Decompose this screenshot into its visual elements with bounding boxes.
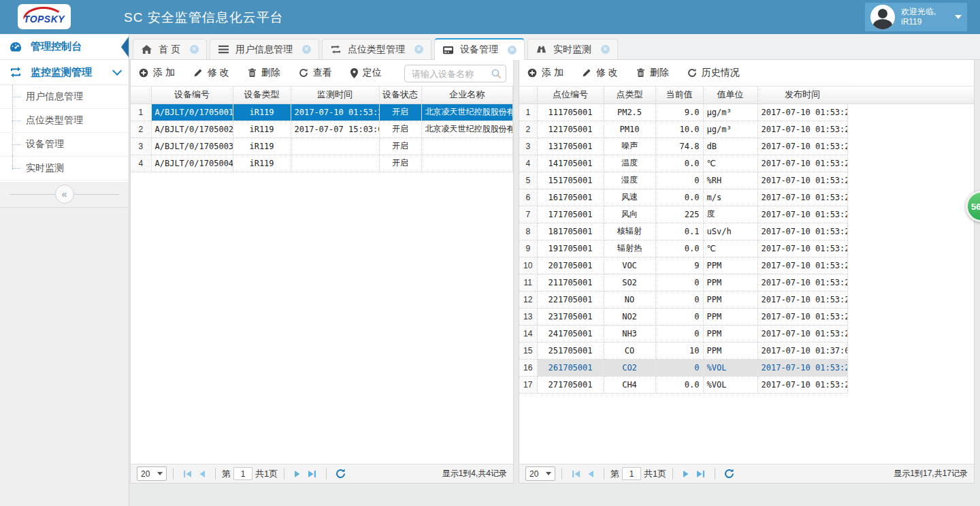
table-row[interactable]: 1111705001PM2.59.0μg/m³2017-07-10 01:53:… bbox=[519, 104, 847, 121]
table-row[interactable]: 7171705001风向225度2017-07-10 01:53:21 bbox=[519, 206, 847, 223]
close-icon[interactable]: ✕ bbox=[508, 46, 517, 54]
col-device-type[interactable]: 设备类型 bbox=[233, 86, 291, 104]
cell-company bbox=[421, 138, 513, 155]
table-row[interactable]: 1A/BJLT/0/1705001iR1192017-07-10 01:53:2… bbox=[131, 104, 513, 121]
close-icon[interactable]: ✕ bbox=[414, 45, 423, 54]
last-page-button[interactable] bbox=[308, 470, 316, 478]
records-summary: 显示1到17,共17记录 bbox=[894, 468, 968, 479]
close-icon[interactable]: ✕ bbox=[190, 45, 199, 54]
col-publish-time[interactable]: 发布时间 bbox=[757, 86, 847, 104]
cell-value: 0.1 bbox=[655, 223, 703, 240]
point-grid: 点位编号 点类型 当前值 值单位 发布时间 1111705001PM2.59.0… bbox=[519, 86, 974, 464]
pencil-icon bbox=[193, 68, 203, 78]
sidebar-item-device-mgmt[interactable]: 设备管理 bbox=[0, 133, 129, 157]
cell-point_type: CH4 bbox=[604, 376, 655, 393]
last-page-button[interactable] bbox=[696, 470, 705, 478]
cell-num: 15 bbox=[519, 342, 537, 359]
cell-time: 2017-07-10 01:53:22 bbox=[757, 172, 847, 189]
page-number-input[interactable] bbox=[233, 467, 252, 480]
delete-button[interactable]: 删除 bbox=[636, 67, 669, 79]
cell-point_type: 辐射热 bbox=[604, 240, 655, 257]
tab-point-type[interactable]: 点位类型管理 ✕ bbox=[322, 39, 431, 59]
col-current-value[interactable]: 当前值 bbox=[655, 86, 703, 104]
add-button[interactable]: 添 加 bbox=[527, 67, 564, 79]
cell-time: 2017-07-10 01:53:22 bbox=[757, 138, 847, 155]
device-search-input[interactable] bbox=[410, 68, 491, 80]
table-row[interactable]: 3131705001噪声74.8dB2017-07-10 01:53:22 bbox=[519, 138, 847, 155]
delete-button[interactable]: 删除 bbox=[248, 67, 280, 79]
sidebar-group-monitoring[interactable]: 监控监测管理 bbox=[0, 60, 129, 85]
locate-button[interactable]: 定位 bbox=[350, 67, 382, 79]
plus-circle-icon bbox=[527, 68, 537, 78]
cell-point_no: 161705001 bbox=[537, 189, 604, 206]
add-button[interactable]: 添 加 bbox=[139, 67, 175, 79]
table-row[interactable]: 2121705001PM1010.0μg/m³2017-07-10 01:53:… bbox=[519, 121, 847, 138]
tab-user-info[interactable]: 用户信息管理 ✕ bbox=[210, 39, 319, 59]
table-row[interactable]: 6161705001风速0.0m/s2017-07-10 01:53:21 bbox=[519, 189, 847, 206]
next-page-button[interactable] bbox=[294, 470, 301, 478]
close-icon[interactable]: ✕ bbox=[601, 45, 610, 54]
table-row[interactable]: 12221705001NO0PPM2017-07-10 01:53:21 bbox=[519, 291, 847, 308]
first-page-button[interactable] bbox=[572, 470, 581, 478]
cell-time bbox=[291, 138, 379, 155]
sidebar-item-point-type[interactable]: 点位类型管理 bbox=[0, 109, 129, 133]
table-row[interactable]: 11211705001SO20PPM2017-07-10 01:53:22 bbox=[519, 274, 847, 291]
sidebar-item-console[interactable]: 管理控制台 bbox=[0, 34, 129, 60]
table-row[interactable]: 14241705001NH30PPM2017-07-10 01:53:21 bbox=[519, 325, 847, 342]
cell-time: 2017-07-10 01:53:21 bbox=[757, 291, 847, 308]
col-point-type[interactable]: 点类型 bbox=[604, 86, 655, 104]
first-page-button[interactable] bbox=[183, 470, 192, 478]
tab-home[interactable]: 首 页 ✕ bbox=[133, 39, 207, 59]
sidebar-collapse-strip: « bbox=[0, 182, 129, 208]
cell-unit: dB bbox=[703, 138, 757, 155]
col-point-no[interactable]: 点位编号 bbox=[537, 86, 604, 104]
page-size-select[interactable]: 20 bbox=[137, 467, 167, 481]
sidebar-item-realtime[interactable]: 实时监测 bbox=[0, 157, 129, 180]
collapse-sidebar-button[interactable]: « bbox=[55, 185, 74, 204]
close-icon[interactable]: ✕ bbox=[302, 45, 311, 54]
col-device-status[interactable]: 设备状态 bbox=[379, 86, 421, 104]
edit-button[interactable]: 修 改 bbox=[193, 67, 229, 79]
page-number-input[interactable] bbox=[622, 467, 641, 480]
refresh-button[interactable] bbox=[724, 469, 734, 479]
table-row[interactable]: 4141705001温度0.0℃2017-07-10 01:53:22 bbox=[519, 155, 847, 172]
table-row[interactable]: 15251705001CO10PPM2017-07-10 01:37:01 bbox=[519, 342, 847, 359]
edit-button[interactable]: 修 改 bbox=[582, 67, 618, 79]
records-summary: 显示1到4,共4记录 bbox=[442, 468, 507, 479]
table-row[interactable]: 4A/BJLT/0/1705004iR119开启 bbox=[131, 155, 513, 172]
history-button[interactable]: 历史情况 bbox=[687, 67, 740, 79]
user-menu[interactable]: 欢迎光临, iR119 bbox=[865, 3, 967, 31]
col-value-unit[interactable]: 值单位 bbox=[703, 86, 757, 104]
search-icon[interactable] bbox=[491, 69, 502, 79]
cell-value: 10.0 bbox=[655, 121, 703, 138]
table-row[interactable]: 13231705001NO20PPM2017-07-10 01:53:22 bbox=[519, 308, 847, 325]
view-button[interactable]: 查看 bbox=[299, 67, 332, 79]
sidebar-item-user-info[interactable]: 用户信息管理 bbox=[0, 85, 129, 109]
table-row[interactable]: 17271705001CH40.0%VOL2017-07-10 01:53:21 bbox=[519, 376, 847, 393]
col-device-no[interactable]: 设备编号 bbox=[151, 86, 233, 104]
refresh-button[interactable] bbox=[336, 469, 346, 479]
table-row[interactable]: 10201705001VOC9PPM2017-07-10 01:53:22 bbox=[519, 257, 847, 274]
cell-status: 开启 bbox=[379, 104, 421, 121]
table-row[interactable]: 3A/BJLT/0/1705003iR119开启 bbox=[131, 138, 513, 155]
cell-point_no: 121705001 bbox=[537, 121, 604, 138]
col-monitor-time[interactable]: 监测时间 bbox=[291, 86, 379, 104]
col-company[interactable]: 企业名称 bbox=[421, 86, 513, 104]
next-page-button[interactable] bbox=[683, 470, 689, 478]
table-row[interactable]: 16261705001CO20%VOL2017-07-10 01:53:22 bbox=[519, 359, 847, 376]
table-row[interactable]: 8181705001核辐射0.1uSv/h2017-07-10 01:53:21 bbox=[519, 223, 847, 240]
page-size-select[interactable]: 20 bbox=[525, 467, 555, 481]
chevron-down-icon bbox=[112, 66, 122, 76]
table-row[interactable]: 2A/BJLT/0/1705002iR1192017-07-07 15:03:0… bbox=[131, 121, 513, 138]
table-row[interactable]: 9191705001辐射热0.0℃2017-07-10 01:53:21 bbox=[519, 240, 847, 257]
cell-num: 2 bbox=[519, 121, 537, 138]
col-rownum bbox=[131, 86, 151, 104]
table-row[interactable]: 5151705001湿度0%RH2017-07-10 01:53:22 bbox=[519, 172, 847, 189]
refresh-icon bbox=[687, 68, 697, 78]
prev-page-button[interactable] bbox=[587, 470, 594, 478]
cell-num: 16 bbox=[519, 359, 537, 376]
avatar bbox=[870, 5, 895, 29]
tab-device-mgmt[interactable]: 设备管理 ✕ bbox=[434, 38, 525, 60]
tab-realtime[interactable]: 实时监测 ✕ bbox=[527, 39, 618, 59]
prev-page-button[interactable] bbox=[199, 470, 206, 478]
